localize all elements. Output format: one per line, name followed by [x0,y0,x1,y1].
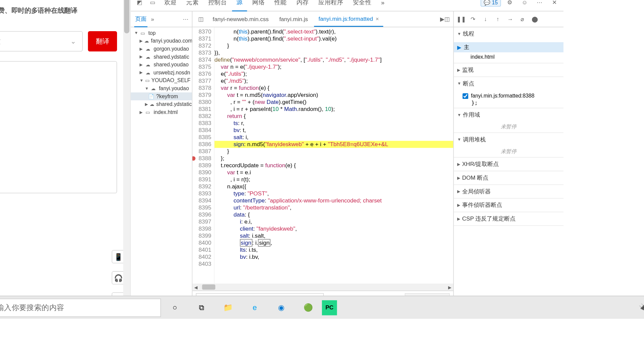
scope-header[interactable]: ▼作用域 [454,108,564,121]
power-icon[interactable]: 🔌 [639,303,644,312]
step-out-icon[interactable]: ↑ [493,16,502,22]
edge-icon[interactable]: ◉ [269,296,294,319]
close-icon[interactable]: × [376,15,379,22]
edge-legacy-icon[interactable]: e [242,296,268,319]
tab-sources[interactable]: 源 [232,0,247,11]
dom-bp-header[interactable]: ▶DOM 断点 [454,171,564,184]
code-editor: ◫ fanyi-newweb.min.css fanyi.min.js fany… [193,11,453,319]
breakpoint-item[interactable]: fanyi.min.js:formatted:8388 [463,92,564,100]
toggle-sidebar-icon[interactable]: ▶◫ [439,16,450,22]
code-content[interactable]: n(this).parent().find(".select-text").te… [214,27,453,284]
web-page: 有道翻译 免费、即时的多语种在线翻译 检测到: 英语 » 中文 ⌄ 翻译 dog… [0,0,131,319]
pycharm-icon[interactable]: PC [322,300,337,315]
threads-header[interactable]: ▼线程 [454,27,564,40]
editor-tab-css[interactable]: fanyi-newweb.min.css [208,12,273,26]
device-toggle-icon[interactable]: ▭ [147,0,159,8]
cortana-icon[interactable]: ○ [162,296,187,319]
step-over-icon[interactable]: ↷ [469,16,477,22]
file-tree[interactable]: ▼▭top ▶☁fanyi.youdao.com ▶☁gorgon.youdao… [131,27,192,319]
editor-tab-formatted[interactable]: fanyi.min.js:formatted× [314,11,383,27]
explorer-icon[interactable]: 📁 [215,296,241,319]
pause-exceptions-icon[interactable]: ⬤ [530,16,539,22]
step-into-icon[interactable]: ↓ [481,16,490,22]
tab-console[interactable]: 控制台 [204,0,231,11]
language-selector[interactable]: 检测到: 英语 » 中文 ⌄ [0,31,83,51]
horizontal-scrollbar[interactable]: ◀▶ [193,284,453,291]
sources-navigator: 页面 » ⋯ ▼▭top ▶☁fanyi.youdao.com ▶☁gorgon… [131,11,193,319]
tab-security[interactable]: 安全性 [348,0,376,11]
watch-header[interactable]: ▶监视 [454,63,564,76]
callstack-header[interactable]: ▼调用堆栈 [454,133,564,146]
source-text-input[interactable]: dog [0,61,117,193]
scope-empty: 未暂停 [454,121,564,132]
gear-icon[interactable]: ⚙ [503,0,516,8]
debugger-sidebar: ❚❚ ↷ ↓ ↑ → ⌀ ⬤ ▼线程 ▶主 index.html ▶监视 ▼断点 [453,11,563,319]
tab-performance[interactable]: 性能 [270,0,291,11]
csp-bp-header[interactable]: ▶CSP 违反了规定断点 [454,212,564,225]
step-icon[interactable]: → [506,16,515,22]
tab-elements[interactable]: 元素 [182,0,203,11]
xhr-bp-header[interactable]: ▶XHR/提取断点 [454,158,564,171]
thread-context[interactable]: index.html [463,52,564,61]
breakpoint-code: }; [463,100,564,106]
chevron-down-icon: ⌄ [70,37,76,45]
inspect-icon[interactable]: ◩ [133,0,146,8]
page-scrollbar[interactable] [123,0,130,319]
tab-application[interactable]: 应用程序 [314,0,347,11]
toggle-nav-icon[interactable]: ◫ [195,16,206,22]
feedback-icon[interactable]: ☺ [519,0,531,8]
line-gutter[interactable]: 8370837183728373837483758376837783788379… [193,27,215,284]
pause-icon[interactable]: ❚❚ [457,16,465,22]
callstack-empty: 未暂停 [454,146,564,157]
tab-memory[interactable]: 内存 [292,0,313,11]
nav-tab-page[interactable]: 页面 [134,11,147,27]
nav-more-icon[interactable]: ⋯ [183,16,189,22]
thread-main[interactable]: ▶主 [454,42,564,52]
devtools-tabbar: ◩ ▭ 欢迎 元素 控制台 源 网络 性能 内存 应用程序 安全性 » 💬 15… [131,0,564,11]
nav-tab-more[interactable]: » [151,16,154,22]
tagline: 免费、即时的多语种在线翻译 [0,6,77,15]
deactivate-bp-icon[interactable]: ⌀ [518,16,527,22]
task-view-icon[interactable]: ⧉ [189,296,214,319]
chrome-icon[interactable]: 🟢 [295,296,321,319]
event-bp-header[interactable]: ▶事件侦听器断点 [454,198,564,212]
tab-network[interactable]: 网络 [248,0,269,11]
global-listeners-header[interactable]: ▶全局侦听器 [454,185,564,198]
taskbar-search[interactable]: 🔍 在这里输入你要搜索的内容 [0,298,161,317]
tab-welcome[interactable]: 欢迎 [160,0,181,11]
close-devtools-icon[interactable]: ✕ [548,0,561,8]
tab-more[interactable]: » [377,0,389,10]
more-icon[interactable]: ⋯ [534,0,546,8]
devtools-panel: ◩ ▭ 欢迎 元素 控制台 源 网络 性能 内存 应用程序 安全性 » 💬 15… [131,0,564,319]
windows-taskbar: ⊞ 🔍 在这里输入你要搜索的内容 ○ ⧉ 📁 e ◉ 🟢 PC 🔌 100% ˄… [0,296,644,319]
editor-tab-js[interactable]: fanyi.min.js [275,12,312,26]
breakpoints-header[interactable]: ▼断点 [454,77,564,90]
issues-badge[interactable]: 💬 15 [480,0,501,6]
translate-button[interactable]: 翻译 [88,31,117,51]
